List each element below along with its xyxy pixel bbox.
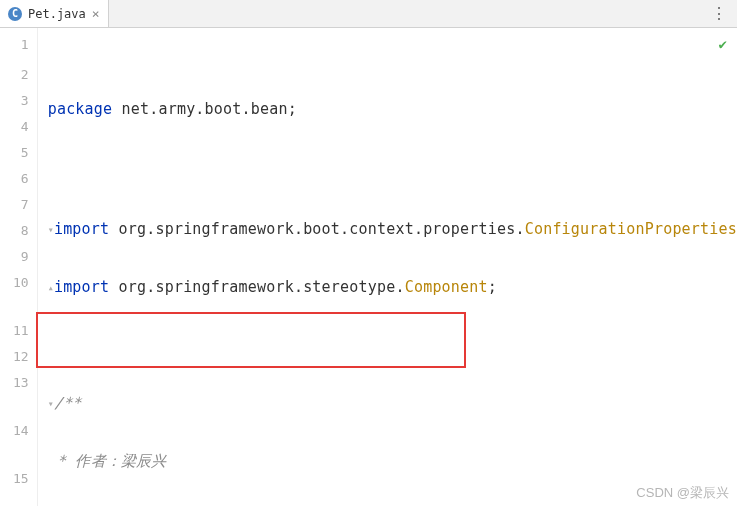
line-number: 9 <box>0 244 29 270</box>
code-line: package net.army.boot.bean; <box>48 92 737 126</box>
tab-bar: C Pet.java × ⋮ <box>0 0 737 28</box>
line-number <box>0 396 29 418</box>
line-number: 11 <box>0 318 29 344</box>
line-number: 6 <box>0 166 29 192</box>
class-file-icon: C <box>8 7 22 21</box>
watermark: CSDN @梁辰兴 <box>636 484 729 502</box>
line-number: 13 <box>0 370 29 396</box>
line-number <box>0 296 29 318</box>
line-number: 12 <box>0 344 29 370</box>
code-line <box>48 158 737 184</box>
line-number <box>0 444 29 466</box>
line-number: 15 <box>0 466 29 492</box>
tab-menu-button[interactable]: ⋮ <box>701 0 737 27</box>
close-icon[interactable]: × <box>92 6 100 21</box>
code-line <box>48 332 737 358</box>
code-line: * 作者：梁辰兴 <box>48 448 737 474</box>
line-number: 2 <box>0 62 29 88</box>
line-number: 4 <box>0 114 29 140</box>
file-tab[interactable]: C Pet.java × <box>0 0 109 27</box>
tab-title: Pet.java <box>28 7 86 21</box>
line-number: 7 <box>0 192 29 218</box>
line-number: 1 <box>0 28 29 62</box>
editor: 1 2 3 4 5 6 7 8 9 10 11 12 13 14 15 ✔ pa… <box>0 28 737 506</box>
line-number: 3 <box>0 88 29 114</box>
line-number: 8 <box>0 218 29 244</box>
code-line: ▴import org.springframework.stereotype.C… <box>48 274 737 300</box>
line-number: 10 <box>0 270 29 296</box>
line-number: 14 <box>0 418 29 444</box>
inspection-ok-icon[interactable]: ✔ <box>719 36 727 52</box>
line-gutter: 1 2 3 4 5 6 7 8 9 10 11 12 13 14 15 <box>0 28 38 506</box>
code-area[interactable]: ✔ package net.army.boot.bean; ▾import or… <box>38 28 737 506</box>
code-line: ▾/** <box>48 390 737 416</box>
line-number: 5 <box>0 140 29 166</box>
code-line: ▾import org.springframework.boot.context… <box>48 216 737 242</box>
